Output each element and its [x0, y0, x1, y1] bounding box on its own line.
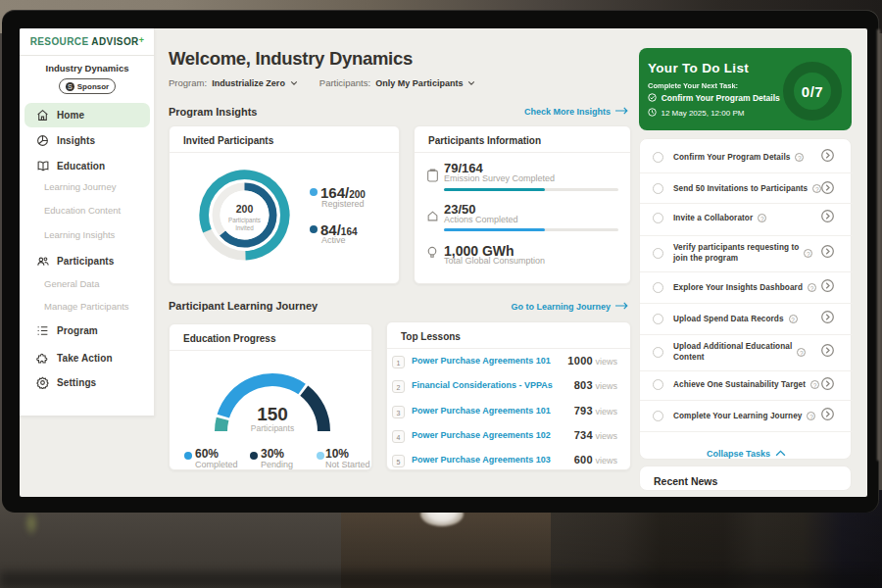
svg-text:200: 200	[236, 203, 254, 215]
svg-text:Participants: Participants	[228, 217, 261, 224]
svg-text:Invited: Invited	[235, 224, 254, 231]
svg-text:Participants: Participants	[251, 423, 294, 433]
svg-text:150: 150	[257, 404, 288, 424]
